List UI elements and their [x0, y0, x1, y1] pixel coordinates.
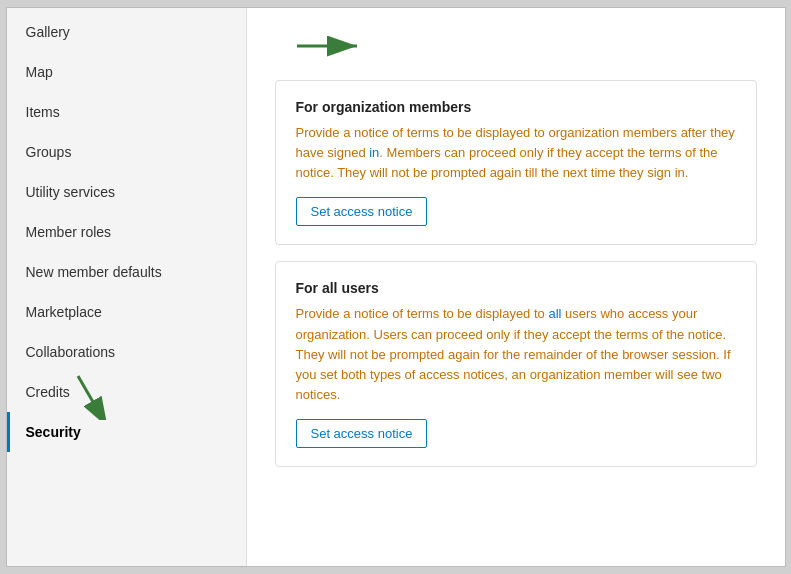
section-desc-org-members: Provide a notice of terms to be displaye… — [296, 123, 736, 183]
sidebar-item-label: Groups — [26, 144, 72, 160]
sidebar-item-items[interactable]: Items — [7, 92, 246, 132]
sidebar-item-label: Collaborations — [26, 344, 116, 360]
arrow-indicator-icon — [287, 32, 367, 60]
sidebar-item-label: Credits — [26, 384, 70, 400]
sidebar-item-label: Utility services — [26, 184, 115, 200]
sidebar: GalleryMapItemsGroupsUtility servicesMem… — [7, 8, 247, 566]
sidebar-item-security[interactable]: Security — [7, 412, 246, 452]
sidebar-item-label: Items — [26, 104, 60, 120]
sidebar-item-credits[interactable]: Credits — [7, 372, 246, 412]
section-card-all-users: For all usersProvide a notice of terms t… — [275, 261, 757, 467]
sidebar-item-member-roles[interactable]: Member roles — [7, 212, 246, 252]
sidebar-item-label: Security — [26, 424, 81, 440]
sidebar-item-label: Member roles — [26, 224, 112, 240]
sidebar-item-label: Map — [26, 64, 53, 80]
sidebar-item-label: Gallery — [26, 24, 70, 40]
sidebar-item-new-member-defaults[interactable]: New member defaults — [7, 252, 246, 292]
sidebar-item-label: New member defaults — [26, 264, 162, 280]
app-window: GalleryMapItemsGroupsUtility servicesMem… — [6, 7, 786, 567]
sidebar-item-collaborations[interactable]: Collaborations — [7, 332, 246, 372]
set-access-notice-button-all-users[interactable]: Set access notice — [296, 419, 428, 448]
section-title-org-members: For organization members — [296, 99, 736, 115]
sidebar-item-label: Marketplace — [26, 304, 102, 320]
section-card-org-members: For organization membersProvide a notice… — [275, 80, 757, 245]
section-title-all-users: For all users — [296, 280, 736, 296]
sidebar-item-utility-services[interactable]: Utility services — [7, 172, 246, 212]
main-content: For organization membersProvide a notice… — [247, 8, 785, 566]
sidebar-item-marketplace[interactable]: Marketplace — [7, 292, 246, 332]
sidebar-item-map[interactable]: Map — [7, 52, 246, 92]
set-access-notice-button-org-members[interactable]: Set access notice — [296, 197, 428, 226]
sidebar-item-gallery[interactable]: Gallery — [7, 12, 246, 52]
section-desc-all-users: Provide a notice of terms to be displaye… — [296, 304, 736, 405]
sidebar-item-groups[interactable]: Groups — [7, 132, 246, 172]
page-title — [275, 32, 757, 60]
